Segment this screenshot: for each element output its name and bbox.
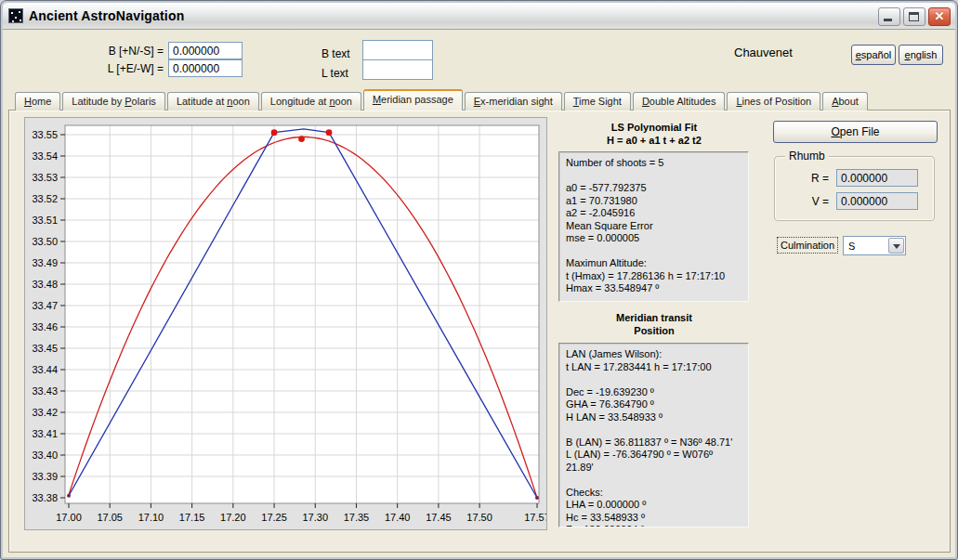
b-coordinate-label: B [+N/-S] =	[52, 45, 164, 58]
tab-double-altitudes[interactable]: Double Altitudes	[633, 92, 726, 111]
titlebar: Ancient AstroNavigation ✕	[3, 3, 955, 30]
chevron-down-icon	[893, 244, 900, 253]
tab-home[interactable]: Home	[15, 92, 60, 111]
svg-text:33.42: 33.42	[32, 407, 58, 418]
rhumb-groupbox: Rhumb R = V =	[774, 156, 935, 221]
rhumb-v-label: V =	[792, 195, 829, 208]
svg-text:33.38: 33.38	[32, 492, 58, 503]
culmination-dropdown[interactable]: S	[843, 236, 906, 255]
svg-text:17.40: 17.40	[385, 512, 411, 523]
culmination-selected-value: S	[844, 241, 887, 252]
svg-text:17.10: 17.10	[138, 512, 164, 523]
svg-text:33.41: 33.41	[32, 428, 58, 439]
rhumb-v-input[interactable]	[836, 192, 918, 210]
maximize-button[interactable]	[903, 7, 925, 26]
svg-text:33.54: 33.54	[32, 150, 58, 162]
svg-text:33.39: 33.39	[32, 471, 58, 482]
svg-text:33.44: 33.44	[32, 364, 58, 375]
minimize-button[interactable]	[878, 7, 900, 26]
svg-text:17.05: 17.05	[97, 512, 123, 523]
svg-text:17.25: 17.25	[261, 512, 287, 523]
tab-about[interactable]: About	[822, 92, 868, 111]
meridian-transit-title: Meridian transit Position	[557, 311, 752, 337]
app-window: Ancient AstroNavigation ✕ B [+N/-S] = L …	[0, 0, 958, 560]
rhumb-legend: Rhumb	[785, 150, 829, 163]
tab-longitude-at-noon[interactable]: Longitude at noon	[261, 92, 361, 111]
svg-text:33.43: 33.43	[32, 385, 58, 397]
svg-text:17.45: 17.45	[426, 512, 452, 523]
tab-lines-of-position[interactable]: Lines of Position	[727, 92, 820, 111]
close-button[interactable]: ✕	[928, 7, 951, 26]
svg-text:33.47: 33.47	[32, 300, 58, 311]
meridian-passage-chart: 17.0017.0517.1017.1517.2017.2517.3017.35…	[24, 117, 547, 530]
svg-text:33.45: 33.45	[32, 343, 58, 354]
l-text-label: L text	[322, 67, 348, 80]
ls-fit-title: LS Polynomial Fit H = a0 + a1 t + a2 t2	[557, 121, 752, 147]
window-title: Ancient AstroNavigation	[29, 8, 184, 23]
svg-text:17.15: 17.15	[179, 512, 205, 523]
tab-latitude-at-noon[interactable]: Latitude at noon	[167, 92, 259, 111]
svg-text:33.48: 33.48	[32, 279, 58, 290]
svg-text:17.50: 17.50	[466, 512, 492, 523]
svg-text:17.00: 17.00	[56, 512, 82, 523]
dropdown-arrow-button[interactable]	[888, 238, 904, 254]
svg-text:33.46: 33.46	[32, 321, 58, 332]
svg-text:33.53: 33.53	[32, 172, 58, 183]
svg-text:33.40: 33.40	[32, 449, 58, 461]
b-text-input[interactable]	[362, 40, 433, 60]
svg-text:17.35: 17.35	[344, 512, 370, 523]
tab-meridian-passage[interactable]: Meridian passage	[363, 89, 463, 111]
l-text-input[interactable]	[362, 59, 433, 80]
english-language-button[interactable]: english	[899, 45, 943, 65]
culmination-label[interactable]: Culmination	[777, 237, 838, 254]
minimize-icon	[884, 19, 892, 21]
svg-text:17.57: 17.57	[524, 512, 546, 523]
l-coordinate-input[interactable]	[168, 59, 243, 77]
svg-text:33.51: 33.51	[32, 215, 58, 226]
svg-text:33.50: 33.50	[32, 236, 58, 247]
rhumb-r-input[interactable]	[836, 169, 918, 187]
b-coordinate-input[interactable]	[168, 42, 243, 59]
svg-text:33.49: 33.49	[32, 257, 58, 268]
tab-time-sight[interactable]: Time Sight	[564, 92, 631, 111]
app-icon	[8, 8, 23, 23]
b-text-label: B text	[322, 47, 350, 60]
tabstrip: HomeLatitude by PolarisLatitude at noonL…	[15, 89, 870, 111]
svg-text:33.52: 33.52	[32, 193, 58, 204]
svg-text:17.20: 17.20	[220, 512, 246, 523]
meridian-transit-panel: LAN (James Wilson): t LAN = 17.283441 h …	[558, 343, 749, 527]
chauvenet-label: Chauvenet	[734, 46, 793, 59]
open-file-button[interactable]: Open File	[773, 121, 938, 143]
tab-latitude-by-polaris[interactable]: Latitude by Polaris	[62, 92, 165, 111]
rhumb-r-label: R =	[792, 172, 829, 185]
close-icon: ✕	[929, 8, 950, 25]
svg-text:33.55: 33.55	[32, 129, 58, 140]
tab-ex-meridian-sight[interactable]: Ex-meridian sight	[465, 92, 562, 111]
l-coordinate-label: L [+E/-W] =	[52, 62, 164, 75]
maximize-icon	[909, 12, 919, 21]
svg-text:17.30: 17.30	[302, 512, 328, 523]
spanish-language-button[interactable]: español	[851, 45, 896, 65]
ls-fit-results-panel: Number of shoots = 5 a0 = -577.792375 a1…	[558, 151, 749, 302]
